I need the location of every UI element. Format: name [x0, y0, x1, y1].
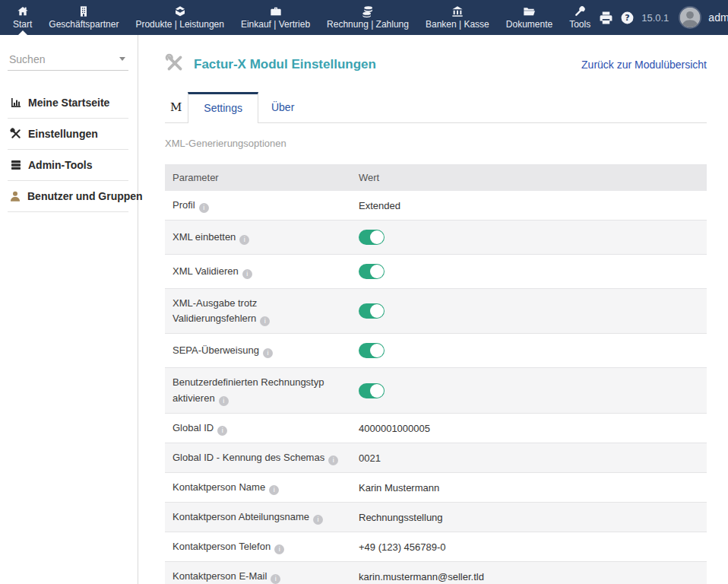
parameter-value: karin.mustermann@seller.tld [359, 571, 484, 582]
sidebar-item-benutzer-und-gruppen[interactable]: Benutzer und Gruppen [8, 181, 128, 212]
parameter-cell: Kontaktperson Abteilungsnamei [165, 503, 351, 532]
toggle-switch-on[interactable] [359, 230, 385, 245]
svg-text:?: ? [625, 13, 629, 23]
parameter-cell: Kontaktperson Telefoni [165, 532, 351, 561]
parameter-cell: XML einbetteni [165, 223, 351, 252]
parameter-value: Extended [359, 200, 400, 211]
back-to-modules-link[interactable]: Zurück zur Modulübersicht [581, 59, 707, 71]
parameter-label: Kontaktperson Telefon [173, 541, 271, 552]
bank-icon [451, 5, 464, 17]
info-icon[interactable]: i [239, 235, 249, 245]
parameter-value: Karin Mustermann [359, 482, 439, 494]
parameter-label: Kontaktperson Name [173, 481, 265, 493]
sidebar: Meine StartseiteEinstellungenAdmin-Tools… [0, 35, 138, 584]
nav-item-start[interactable]: Start [5, 0, 40, 35]
value-cell: karin.mustermann@seller.tld [351, 563, 707, 584]
avatar[interactable] [679, 6, 701, 29]
info-icon[interactable]: i [242, 269, 252, 279]
nav-item-einkauf-vertrieb[interactable]: Einkauf | Vertrieb [233, 0, 318, 35]
nav-item-rechnung-zahlung[interactable]: Rechnung | Zahlung [318, 0, 417, 35]
info-icon[interactable]: i [328, 455, 338, 465]
parameter-value: Rechnungsstellung [359, 512, 443, 523]
toggle-switch-on[interactable] [359, 264, 385, 279]
value-cell: +49 (123) 456789-0 [351, 533, 707, 560]
nav-item-tools[interactable]: Tools [561, 0, 599, 35]
tab-settings[interactable]: Settings [188, 92, 258, 123]
parameter-label: Benutzerdefinierten Rechnungstyp aktivie… [173, 376, 324, 403]
nav-item-label: Produkte | Leistungen [135, 19, 224, 30]
parameter-cell: Kontaktperson E-Maili [165, 562, 351, 584]
user-icon [9, 189, 21, 202]
coins-icon [362, 5, 374, 17]
nav-item-geschäftspartner[interactable]: Geschäftspartner [40, 0, 127, 35]
table-row: XML Validiereni [165, 255, 707, 289]
folder-icon [523, 5, 535, 17]
parameter-table: Parameter Wert ProfiliExtendedXML einbet… [165, 164, 707, 584]
info-icon[interactable]: i [269, 485, 279, 495]
column-header-parameter: Parameter [165, 164, 351, 191]
parameter-label: XML einbetten [173, 231, 236, 243]
info-icon[interactable]: i [219, 396, 229, 406]
search-box [8, 50, 128, 71]
table-row: SEPA-Überweisungi [165, 334, 707, 368]
table-row: Kontaktperson AbteilungsnameiRechnungsst… [165, 503, 707, 532]
info-icon[interactable]: i [313, 515, 323, 525]
value-cell [351, 221, 707, 254]
info-icon[interactable]: i [260, 316, 270, 326]
value-cell [351, 255, 707, 288]
section-label: XML-Generierungsoptionen [165, 138, 707, 149]
nav-items: StartGeschäftspartnerProdukte | Leistung… [5, 0, 599, 35]
sidebar-item-label: Benutzer und Gruppen [27, 190, 143, 202]
table-row: Global IDi4000001000005 [165, 414, 707, 443]
table-row: Kontaktperson NameiKarin Mustermann [165, 473, 707, 503]
info-icon[interactable]: i [199, 203, 209, 213]
parameter-cell: Kontaktperson Namei [165, 473, 351, 502]
printer-icon[interactable] [599, 11, 613, 25]
parameter-cell: XML-Ausgabe trotz Validierungsfehlerni [165, 289, 351, 333]
table-header-row: Parameter Wert [165, 164, 707, 191]
info-icon[interactable]: i [263, 348, 273, 358]
help-icon[interactable]: ? [620, 11, 635, 25]
nav-item-produkte-leistungen[interactable]: Produkte | Leistungen [127, 0, 233, 35]
tab-bar: MSettingsÜber [165, 92, 707, 123]
nav-item-banken-kasse[interactable]: Banken | Kasse [417, 0, 498, 35]
page-header: Factur-X Modul Einstellungen Zurück zur … [165, 53, 707, 76]
parameter-label: XML-Ausgabe trotz Validierungsfehlern [173, 297, 257, 324]
parameter-label: XML Validieren [173, 265, 239, 277]
search-input[interactable] [8, 50, 128, 71]
user-menu[interactable]: administra… [708, 11, 728, 24]
server-icon [9, 158, 22, 171]
sidebar-item-einstellungen[interactable]: Einstellungen [8, 119, 128, 150]
sidebar-item-meine-startseite[interactable]: Meine Startseite [8, 87, 128, 119]
chart-icon [9, 96, 22, 109]
toggle-switch-on[interactable] [359, 383, 385, 398]
value-cell: 0021 [351, 444, 707, 471]
tab-über[interactable]: Über [258, 92, 307, 122]
box-icon [174, 5, 186, 17]
column-header-wert: Wert [351, 164, 707, 191]
search-dropdown-caret-icon[interactable] [119, 57, 125, 61]
parameter-value: 4000001000005 [359, 423, 430, 434]
table-row: ProfiliExtended [165, 191, 707, 221]
value-cell: Extended [351, 192, 707, 219]
parameter-cell: Benutzerdefinierten Rechnungstyp aktivie… [165, 368, 351, 412]
sidebar-item-label: Meine Startseite [28, 97, 109, 109]
parameter-cell: Global ID - Kennung des Schemasi [165, 443, 351, 472]
info-icon[interactable]: i [271, 574, 280, 584]
table-row: Global ID - Kennung des Schemasi0021 [165, 443, 707, 473]
building-icon [78, 5, 90, 17]
parameter-cell: Profili [165, 191, 351, 220]
toggle-switch-on[interactable] [359, 303, 385, 319]
parameter-cell: SEPA-Überweisungi [165, 336, 351, 365]
version-label: 15.0.1 [641, 12, 669, 24]
toggle-switch-on[interactable] [359, 343, 385, 358]
nav-item-label: Start [13, 19, 32, 30]
tab-m[interactable]: M [165, 92, 188, 122]
nav-item-label: Dokumente [506, 19, 552, 30]
crossed-tools-icon [9, 127, 22, 140]
value-cell: 4000001000005 [351, 414, 707, 442]
info-icon[interactable]: i [217, 426, 227, 436]
info-icon[interactable]: i [274, 544, 284, 554]
nav-item-dokumente[interactable]: Dokumente [498, 0, 561, 35]
sidebar-item-admin-tools[interactable]: Admin-Tools [8, 150, 128, 181]
